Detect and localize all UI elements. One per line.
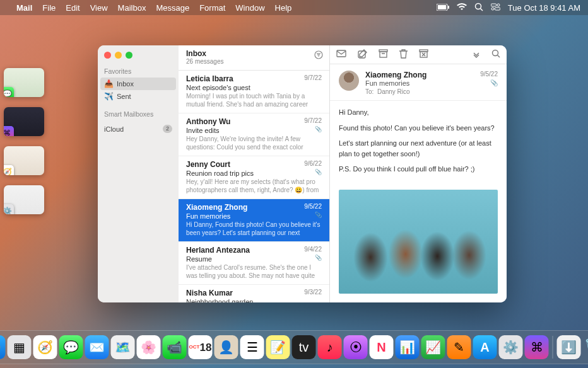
- inbox-icon: 📥: [104, 79, 113, 88]
- zoom-button[interactable]: [126, 52, 132, 59]
- sender-avatar[interactable]: [339, 71, 359, 91]
- messages-icon: 💬: [4, 87, 14, 97]
- stage-thumb-messages[interactable]: 💬: [4, 68, 44, 97]
- message-header: Xiaomeng Zhong Fun memories To: Danny Ri…: [330, 64, 507, 101]
- message-list-pane: Inbox 26 messages Leticia Ibarra9/7/22Ne…: [179, 45, 330, 302]
- control-center-icon[interactable]: [491, 3, 500, 13]
- format-menu[interactable]: Format: [199, 3, 225, 13]
- reply-button[interactable]: [336, 49, 346, 60]
- wifi-icon[interactable]: [457, 3, 467, 13]
- app-menu[interactable]: Mail: [16, 3, 32, 13]
- row-preview: Hi Danny, Found this photo! Can you beli…: [186, 221, 322, 237]
- dock-maps[interactable]: 🗺️: [111, 335, 135, 359]
- message-row[interactable]: Leticia Ibarra9/7/22Next episode's guest…: [179, 71, 329, 113]
- dock-shortcuts[interactable]: ⌘: [525, 335, 549, 359]
- filter-button[interactable]: [314, 50, 323, 61]
- search-button[interactable]: [491, 49, 500, 60]
- stage-thumb-safari[interactable]: 🧭: [4, 146, 44, 175]
- message-row[interactable]: Jenny Court9/6/22📎Reunion road trip pics…: [179, 156, 329, 199]
- row-preview: Hey, y'all! Here are my selects (that's …: [186, 178, 322, 194]
- dock-settings[interactable]: ⚙️: [499, 335, 523, 359]
- settings-icon: ⚙️: [4, 204, 14, 214]
- svg-rect-5: [491, 4, 497, 6]
- row-preview: Morning! I was put in touch with Tania b…: [186, 93, 322, 108]
- dock-facetime[interactable]: 📹: [163, 335, 187, 359]
- to-label: To:: [365, 88, 373, 95]
- sent-icon: ✈️: [104, 92, 113, 101]
- dock-safari[interactable]: 🧭: [33, 335, 57, 359]
- window-controls: [98, 50, 179, 65]
- dock-music[interactable]: ♪: [318, 335, 342, 359]
- dock-news[interactable]: N: [370, 335, 394, 359]
- message-row[interactable]: Anthony Wu9/7/22📎Invite editsHey Danny, …: [179, 113, 329, 156]
- dock-launchpad[interactable]: ▦: [8, 335, 32, 359]
- svg-rect-13: [337, 50, 346, 57]
- more-button[interactable]: [473, 50, 480, 60]
- row-sender: Nisha Kumar: [186, 289, 322, 297]
- attached-photo[interactable]: [339, 190, 498, 294]
- dock-pages[interactable]: ✎: [447, 335, 471, 359]
- message-row[interactable]: Xiaomeng Zhong9/5/22📎Fun memoriesHi Dann…: [179, 199, 329, 242]
- minimize-button[interactable]: [115, 52, 122, 59]
- sidebar-item-icloud[interactable]: iCloud 2: [98, 123, 179, 135]
- dock-notes[interactable]: 📝: [266, 335, 290, 359]
- sidebar-item-inbox[interactable]: 📥 Inbox: [100, 78, 176, 90]
- dock-numbers[interactable]: 📈: [421, 335, 445, 359]
- row-subject: Resume: [186, 255, 322, 263]
- row-date: 9/4/22: [304, 246, 322, 253]
- close-button[interactable]: [104, 52, 111, 59]
- row-subject: Invite edits: [186, 127, 322, 134]
- reading-pane: Xiaomeng Zhong Fun memories To: Danny Ri…: [330, 45, 507, 302]
- inbox-label: Inbox: [117, 80, 134, 88]
- dock-contacts[interactable]: 👤: [215, 335, 238, 359]
- menubar-clock[interactable]: Tue Oct 18 9:41 AM: [508, 3, 580, 13]
- mailbox-menu[interactable]: Mailbox: [118, 3, 146, 13]
- dock-podcasts[interactable]: ⦿: [344, 335, 368, 359]
- message-row[interactable]: Nisha Kumar9/3/22Neighborhood gardenWe'r…: [179, 285, 329, 302]
- message-row[interactable]: Herland Antezana9/4/22📎ResumeI've attach…: [179, 242, 329, 285]
- dock-mail[interactable]: ✉️: [85, 335, 109, 359]
- junk-button[interactable]: [419, 49, 428, 60]
- list-header: Inbox 26 messages: [179, 45, 329, 71]
- dock-reminders[interactable]: ☰: [240, 335, 264, 359]
- compose-button[interactable]: [358, 49, 367, 60]
- dock-calendar[interactable]: OCT18: [189, 335, 213, 359]
- body-paragraph: Found this photo! Can you believe it's b…: [339, 123, 498, 134]
- file-menu[interactable]: File: [42, 3, 56, 13]
- dock-appstore[interactable]: A: [473, 335, 497, 359]
- spotlight-icon[interactable]: [474, 3, 483, 13]
- message-list[interactable]: Leticia Ibarra9/7/22Next episode's guest…: [179, 71, 329, 302]
- attachment-icon: 📎: [315, 169, 322, 175]
- attachment-icon: 📎: [490, 79, 498, 86]
- row-subject: Neighborhood garden: [186, 298, 322, 302]
- attachment-icon: 📎: [315, 126, 322, 132]
- from-name: Xiaomeng Zhong: [365, 71, 426, 79]
- dock-messages[interactable]: 💬: [59, 335, 83, 359]
- menu-bar: Mail File Edit View Mailbox Message Form…: [0, 0, 588, 15]
- reader-toolbar: [330, 45, 507, 64]
- delete-button[interactable]: [399, 49, 408, 60]
- dock-trash[interactable]: 🗑️: [583, 335, 589, 359]
- sidebar-item-sent[interactable]: ✈️ Sent: [98, 90, 179, 103]
- stage-manager-strip: 💬 ⌘ 🧭 ⚙️: [4, 68, 53, 214]
- row-date: 9/3/22: [304, 289, 322, 296]
- dock-downloads[interactable]: ⬇️: [557, 335, 581, 359]
- dock-finder[interactable]: 🙂: [0, 335, 6, 359]
- archive-button[interactable]: [379, 49, 388, 60]
- dock-keynote[interactable]: 📊: [396, 335, 420, 359]
- battery-icon[interactable]: [437, 3, 449, 13]
- svg-rect-2: [448, 6, 449, 9]
- stage-thumb-shortcuts[interactable]: ⌘: [4, 107, 44, 136]
- cal-day: 18: [199, 342, 211, 353]
- stage-thumb-settings[interactable]: ⚙️: [4, 185, 44, 214]
- dock-tv[interactable]: tv: [292, 335, 316, 359]
- window-menu[interactable]: Window: [235, 3, 264, 13]
- row-subject: Next episode's guest: [186, 84, 322, 91]
- dock-photos[interactable]: 🌸: [137, 335, 161, 359]
- message-menu[interactable]: Message: [156, 3, 189, 13]
- help-menu[interactable]: Help: [275, 3, 292, 13]
- edit-menu[interactable]: Edit: [66, 3, 79, 13]
- safari-icon: 🧭: [4, 165, 14, 175]
- view-menu[interactable]: View: [90, 3, 108, 13]
- row-subject: Fun memories: [186, 212, 322, 220]
